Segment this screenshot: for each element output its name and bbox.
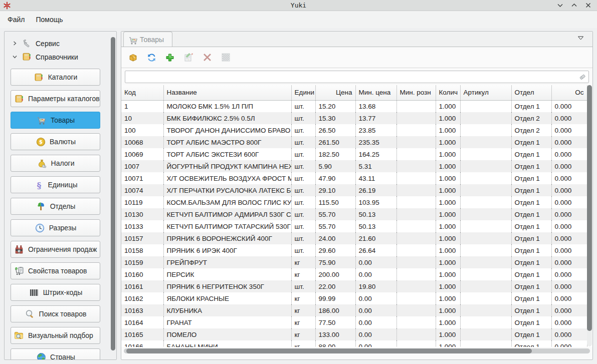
expander-expanded[interactable] <box>12 55 18 59</box>
sidebar-button-валюты[interactable]: $Валюты <box>11 133 100 150</box>
table-row[interactable]: 10119КОСМ.БАЛЬЗАМ ДЛЯ ВОЛОС ГЛИС КУРшт.1… <box>121 196 587 208</box>
sidebar-button-налоги[interactable]: Налоги <box>11 155 100 172</box>
refresh-button[interactable] <box>144 51 158 65</box>
table-row[interactable]: 10БМК БИФИЛЮКС 2.5% 0.5Лшт.15.3013.771.0… <box>121 112 587 124</box>
sidebar-button-параметры-каталогов[interactable]: Параметры каталогов <box>11 90 100 107</box>
table-cell <box>396 148 436 160</box>
wrench-icon <box>22 39 32 48</box>
table-row[interactable]: 10071Х/Т ОСВЕЖИТЕЛЬ ВОЗДУХА ФРОСТ МОшт.4… <box>121 172 587 184</box>
tab-list-dropdown[interactable] <box>578 36 583 40</box>
table-row[interactable]: 10130КЕТЧУП БАЛТИМОР АДМИРАЛ 530Г С/Бшт.… <box>121 208 587 220</box>
add-button[interactable] <box>163 51 177 65</box>
close-button[interactable] <box>584 2 592 10</box>
table-cell <box>460 328 511 340</box>
table-row[interactable]: 10074Х/Т ПЕРЧАТКИ РУСАЛОЧКА ЛАТЕКС БОЛшт… <box>121 184 587 196</box>
table-row[interactable]: 10162ЯБЛОКИ КРАСНЫЕкг99.990.001.000Отдел… <box>121 292 587 304</box>
sidebar-scrollbar[interactable] <box>111 34 115 357</box>
grid-button[interactable] <box>219 51 233 65</box>
table-cell: 1.000 <box>436 196 460 208</box>
table-row[interactable]: 10069ТОРТ АЛБИС ЭКСТЕЗИ 600Гшт.182.50164… <box>121 148 587 160</box>
table-row[interactable]: 1МОЛОКО БМК 1.5% 1Л П/Пшт.15.2013.681.00… <box>121 100 587 112</box>
table-cell: 0.000 <box>551 340 587 347</box>
table-vertical-scrollbar[interactable] <box>587 85 592 346</box>
table-header-row[interactable]: КодНазваниеЕдиниЦенаМин. ценаМин. рознКо… <box>121 85 587 100</box>
table-row[interactable]: 10165ПОМЕЛОкг133.000.001.000Отдел 10.000 <box>121 328 587 340</box>
column-header[interactable]: Отдел <box>511 85 551 100</box>
table-cell: шт. <box>291 148 315 160</box>
sidebar-button-визуальный-подбор[interactable]: Визуальный подбор <box>11 327 100 344</box>
minimize-button[interactable] <box>556 2 564 10</box>
table-cell: 100 <box>121 124 163 136</box>
table-row[interactable]: 10166БАНАНЫ МИНИкг88.000.001.000Отдел 10… <box>121 340 587 347</box>
table-cell <box>460 124 511 136</box>
sidebar-button-поиск-товаров[interactable]: Поиск товаров <box>11 305 100 322</box>
table-cell: 24.00 <box>315 232 355 244</box>
table-vertical-scrollbar-thumb[interactable] <box>587 85 592 331</box>
table-row[interactable]: 10160ПЕРСИКкг200.000.001.000Отдел 10.000 <box>121 268 587 280</box>
table-cell: 0.00 <box>355 304 396 316</box>
table-row[interactable]: 10163КЛУБНИКАкг186.000.001.000Отдел 10.0… <box>121 304 587 316</box>
sidebar-button-каталоги[interactable]: Каталоги <box>11 69 100 86</box>
table-row[interactable]: 10157ПРЯНИК 6 ВОРОНЕЖСКИЙ 400Гшт.24.0021… <box>121 232 587 244</box>
column-header[interactable]: Название <box>163 85 291 100</box>
section-icon: § <box>35 180 44 190</box>
table-cell: 26.64 <box>355 244 396 256</box>
sidebar-button-единицы[interactable]: §Единицы <box>11 176 100 193</box>
column-header[interactable]: Ос <box>551 85 587 100</box>
table-cell: Отдел 1 <box>511 316 551 328</box>
table-cell: 235.35 <box>355 136 396 148</box>
table-cell: 1.000 <box>436 304 460 316</box>
table-cell: 10166 <box>121 340 163 347</box>
sidebar-button-штрих-коды[interactable]: Штрих-коды <box>11 284 100 301</box>
table-row[interactable]: 10164ГРАНАТкг77.500.001.000Отдел 10.000 <box>121 316 587 328</box>
table-row[interactable]: 1007ЙОГУРТНЫЙ ПРОДУКТ КАМПИНА НЕЖшт.5.90… <box>121 160 587 172</box>
table-row[interactable]: 10158ПРЯНИК 6 ИРЭК 400Гшт.29.6026.641.00… <box>121 244 587 256</box>
sidebar-button-ограничения-продаж[interactable]: Ограничения продаж <box>11 241 100 258</box>
expander-collapsed[interactable] <box>12 41 18 46</box>
sidebar-button-отделы[interactable]: Отделы <box>11 198 100 215</box>
table-cell <box>460 316 511 328</box>
delete-button[interactable] <box>200 51 214 65</box>
menu-bar: ФайлПомощь <box>0 11 597 28</box>
table-cell: 0.000 <box>551 124 587 136</box>
column-header[interactable]: Цена <box>315 85 355 100</box>
table-horizontal-scrollbar-thumb[interactable] <box>126 348 532 353</box>
table-cell: 1007 <box>121 160 163 172</box>
table-cell: 1.000 <box>436 256 460 268</box>
column-header[interactable]: Мин. розн <box>396 85 436 100</box>
table-cell: кг <box>291 292 315 304</box>
table-cell: 0.000 <box>551 184 587 196</box>
table-cell: Отдел 1 <box>511 172 551 184</box>
tab-tovary[interactable]: Товары <box>123 32 172 47</box>
tree-item-справочники[interactable]: Справочники <box>5 50 116 64</box>
column-header[interactable]: Колич <box>436 85 460 100</box>
menu-item-file[interactable]: Файл <box>3 14 29 26</box>
menu-item-help[interactable]: Помощь <box>31 14 67 26</box>
package-button[interactable] <box>126 51 140 65</box>
sidebar-button-страны[interactable]: Страны <box>11 348 100 360</box>
table-row[interactable]: 10161ПРЯНИК 6 НЕГРИТЕНОК 350Гшт.22.0019.… <box>121 280 587 292</box>
tree-item-сервис[interactable]: Сервис <box>5 37 116 50</box>
column-header[interactable]: Едини <box>291 85 315 100</box>
table-cell: Отдел 1 <box>511 328 551 340</box>
maximize-button[interactable] <box>570 2 578 10</box>
filter-input[interactable] <box>125 71 589 83</box>
table-horizontal-scrollbar[interactable] <box>121 347 592 355</box>
edit-button[interactable] <box>181 51 195 65</box>
column-header[interactable]: Мин. цена <box>355 85 396 100</box>
column-header[interactable]: Артикул <box>460 85 511 100</box>
sidebar-button-товары[interactable]: Товары <box>11 112 100 129</box>
table-row[interactable]: 10133КЕТЧУП БАЛТИМОР ТАТАРСКИЙ 530Г С/шт… <box>121 220 587 232</box>
table-row[interactable]: 10159ГРЕЙПФРУТкг75.900.001.000Отдел 10.0… <box>121 256 587 268</box>
table-cell: кг <box>291 256 315 268</box>
table-cell: шт. <box>291 172 315 184</box>
sidebar-scrollbar-thumb[interactable] <box>111 37 115 350</box>
table-cell: 10160 <box>121 268 163 280</box>
table-row[interactable]: 100ТВОРОГ ДАНОН ДАНИССИМО БРАВО Шшт.26.5… <box>121 124 587 136</box>
table-cell <box>396 340 436 347</box>
sidebar-button-разрезы[interactable]: Разрезы <box>11 219 100 236</box>
table-row[interactable]: 10068ТОРТ АЛБИС МАЭСТРО 800Гшт.261.50235… <box>121 136 587 148</box>
column-header[interactable]: Код <box>121 85 163 100</box>
sidebar-button-свойства-товаров[interactable]: Свойства товаров <box>11 262 100 279</box>
eraser-icon[interactable] <box>578 73 586 81</box>
